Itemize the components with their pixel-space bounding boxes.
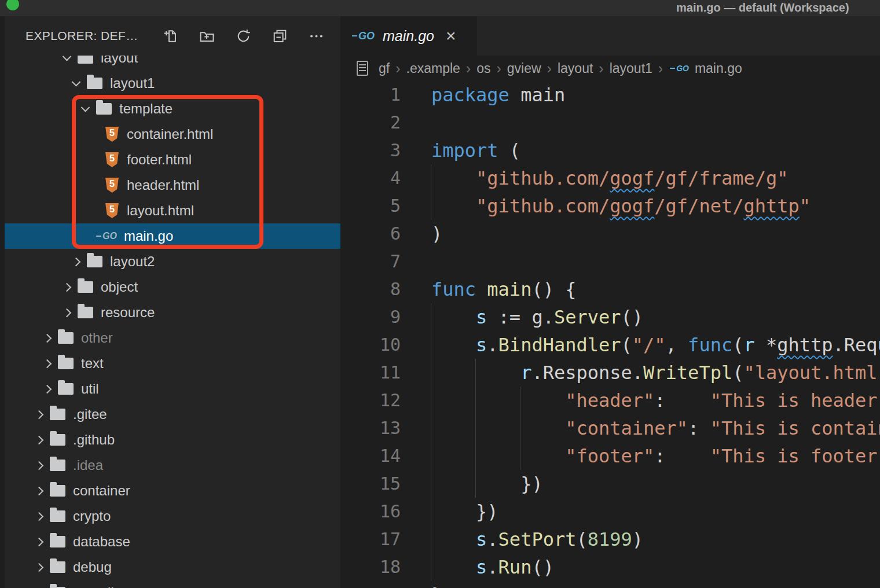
code-token: ) [431,223,442,245]
tree-item-util[interactable]: util [5,376,340,402]
folder-icon [87,78,102,89]
tree-item-dot-github[interactable]: .github [5,427,340,453]
tree-item-other[interactable]: other [5,325,340,351]
code-line-10[interactable]: 10 s.BindHandler("/", func(r *ghttp.Requ… [340,331,880,359]
breadcrumb-gview[interactable]: gview [507,61,541,76]
code-token [476,278,487,300]
code-editor[interactable]: 1package main23import (4 "github.com/gog… [340,81,880,588]
tree-item-debug[interactable]: debug [5,554,340,580]
tree-item-layout2[interactable]: layout2 [5,249,340,274]
line-number[interactable]: 14 [340,442,401,470]
breadcrumb-dot-example[interactable]: .example [406,61,460,76]
code-line-3[interactable]: 3import ( [340,137,880,164]
line-number[interactable]: 4 [340,164,401,192]
chevron-right-icon [41,386,53,392]
code-line-11[interactable]: 11 r.Response.WriteTpl("layout.html", g.… [340,359,880,387]
tree-item-dot-gitee[interactable]: .gitee [5,402,340,427]
code-token: Server [554,306,621,328]
code-line-9[interactable]: 9 s := g.Server() [340,303,880,331]
code-token: Run [498,556,532,578]
code-line-12[interactable]: 12 "header": "This is header", [340,387,880,414]
folder-icon [78,281,93,293]
code-token: .Request) { [833,334,880,356]
more-actions-icon[interactable] [309,28,324,44]
tree-item-database[interactable]: database [5,529,340,554]
code-line-17[interactable]: 17 s.SetPort(8199) [340,525,880,553]
code-token [431,389,565,411]
line-number[interactable]: 11 [340,359,401,387]
tree-item-dot-idea[interactable]: .idea [5,453,340,478]
collapse-all-icon[interactable] [272,28,288,44]
go-icon: GO [352,30,375,42]
breadcrumb-file[interactable]: main.go [695,61,742,76]
code-line-1[interactable]: 1package main [340,81,880,109]
breadcrumb-os[interactable]: os [476,61,490,76]
line-number[interactable]: 12 [340,387,401,414]
chevron-right-icon [41,361,53,367]
code-line-5[interactable]: 5 "github.com/gogf/gf/net/ghttp" [340,192,880,220]
code-line-2[interactable]: 2 [340,109,880,137]
line-number[interactable]: 19 [340,581,401,588]
code-token: () [531,556,554,578]
line-number[interactable]: 10 [340,331,401,359]
code-token: := g. [487,306,554,328]
tab-main-go[interactable]: GO main.go × [340,16,477,56]
tree-item-crypto[interactable]: crypto [5,504,340,529]
folder-icon [87,256,102,267]
line-number[interactable]: 7 [340,248,401,275]
code-line-18[interactable]: 18 s.Run() [340,553,880,581]
code-line-content: s.SetPort(8199) [431,525,643,553]
code-line-16[interactable]: 16 }) [340,498,880,525]
tree-item-template[interactable]: template [5,96,340,122]
tree-item-label: .idea [73,457,103,473]
code-line-14[interactable]: 14 "footer": "This is footer", [340,442,880,470]
line-number[interactable]: 15 [340,470,401,498]
close-icon[interactable]: × [446,27,456,45]
code-token: : [654,445,710,467]
line-number[interactable]: 16 [340,498,401,525]
code-line-content: "github.com/gogf/gf/net/ghttp" [431,192,811,220]
line-number[interactable]: 6 [340,220,401,248]
line-number[interactable]: 13 [340,414,401,442]
new-file-icon[interactable] [163,28,178,44]
line-number[interactable]: 5 [340,192,401,220]
code-line-6[interactable]: 6) [340,220,880,248]
line-number[interactable]: 8 [340,275,401,303]
tree-item-container-html[interactable]: 5container.html [5,122,340,147]
chevron-right-icon [32,437,45,443]
line-number[interactable]: 17 [340,525,401,553]
indent-guide [475,359,476,387]
refresh-icon[interactable] [236,28,251,44]
code-line-15[interactable]: 15 }) [340,470,880,498]
tree-item-layout-html[interactable]: 5layout.html [5,198,340,223]
line-number[interactable]: 3 [340,137,401,164]
breadcrumb-layout1[interactable]: layout1 [610,61,652,76]
line-number[interactable]: 2 [340,109,401,137]
code-line-13[interactable]: 13 "container": "This is container", [340,414,880,442]
breadcrumb-layout[interactable]: layout [558,61,593,76]
tree-item-encoding[interactable]: encoding [5,580,340,588]
tree-item-layout[interactable]: layout [5,56,340,71]
tree-item-text[interactable]: text [5,351,340,376]
tree-item-container[interactable]: container [5,478,340,504]
code-line-19[interactable]: 19} [340,581,880,588]
code-token: * [755,334,778,356]
code-line-8[interactable]: 8func main() { [340,275,880,303]
tree-item-footer-html[interactable]: 5footer.html [5,147,340,172]
tree-item-main-go[interactable]: GOmain.go [5,223,340,249]
traffic-light-green-icon[interactable] [6,0,19,10]
line-number[interactable]: 1 [340,81,401,109]
code-line-content: s.Run() [431,553,554,581]
tree-item-label: text [81,355,104,372]
new-folder-icon[interactable] [199,28,215,44]
line-number[interactable]: 18 [340,553,401,581]
code-line-4[interactable]: 4 "github.com/gogf/gf/frame/g" [340,164,880,192]
code-line-7[interactable]: 7 [340,248,880,275]
line-number[interactable]: 9 [340,303,401,331]
tree-item-layout1[interactable]: layout1 [5,71,340,96]
tree-item-object[interactable]: object [5,274,340,300]
breadcrumb-gf[interactable]: gf [379,61,390,76]
tree-item-header-html[interactable]: 5header.html [5,172,340,198]
code-token: }) [431,473,543,495]
tree-item-resource[interactable]: resource [5,300,340,325]
